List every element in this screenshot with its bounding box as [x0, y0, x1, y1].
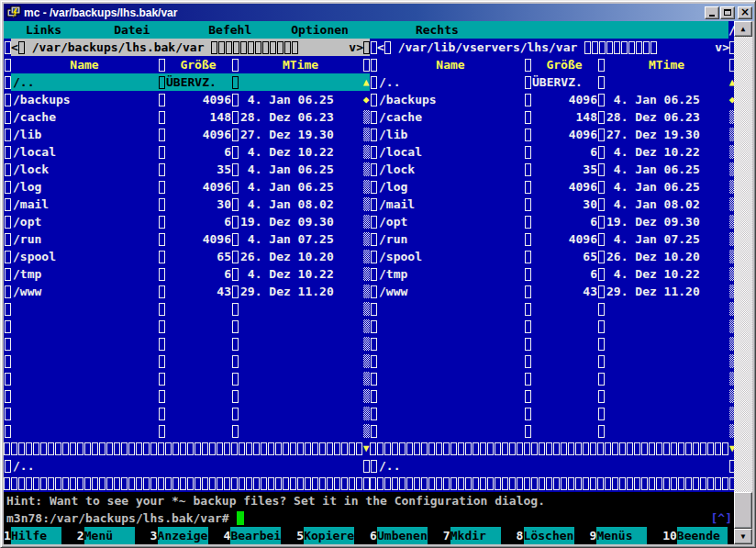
column-header-name[interactable]: Name: [377, 56, 524, 73]
file-name[interactable]: /backups: [377, 91, 524, 108]
panel-scrollbar-cell[interactable]: [362, 248, 370, 265]
table-row[interactable]: /www 43 29. Dez 11.20: [370, 283, 736, 300]
left-panel-path-bar[interactable]: < /var/backups/lhs.bak/var v>: [11, 39, 370, 56]
scroll-track[interactable]: [363, 162, 370, 176]
panel-scrollbar-cell[interactable]: [362, 265, 370, 283]
scroll-track[interactable]: [363, 424, 370, 438]
scroll-track[interactable]: [363, 267, 370, 281]
table-row[interactable]: /log 4096 4. Jan 06.25: [370, 178, 736, 196]
file-name[interactable]: /mail: [377, 196, 524, 213]
fkey-button[interactable]: 6 Umbenen: [370, 527, 443, 544]
file-name[interactable]: [377, 300, 524, 318]
scroll-track[interactable]: [363, 145, 370, 159]
title-bar[interactable]: mc - /var/backups/lhs.bak/var ×: [4, 4, 754, 21]
scroll-track[interactable]: [363, 354, 370, 368]
file-name[interactable]: [11, 422, 158, 440]
file-name[interactable]: /spool: [377, 248, 524, 265]
table-row[interactable]: /opt 6 19. Dez 09.30: [4, 213, 370, 230]
panel-scrollbar-cell[interactable]: [362, 370, 370, 387]
table-row[interactable]: [370, 370, 736, 387]
fkey-button[interactable]: 10 Beende: [662, 527, 736, 544]
right-panel-path[interactable]: /var/lib/vservers/lhs/var: [391, 39, 584, 56]
table-row[interactable]: /mail 30 4. Jan 08.02: [370, 196, 736, 213]
scrollbar-thumb[interactable]: [734, 492, 752, 529]
panel-scrollbar-cell[interactable]: [362, 161, 370, 178]
scroll-track[interactable]: [363, 215, 370, 229]
table-row[interactable]: /spool 65 26. Dez 10.20: [4, 248, 370, 265]
file-name[interactable]: /cache: [11, 108, 158, 126]
table-row[interactable]: [370, 352, 736, 370]
close-button[interactable]: ×: [738, 6, 752, 19]
menu-befehl[interactable]: Befehl: [208, 21, 251, 39]
table-row[interactable]: /run 4096 4. Jan 07.25: [370, 230, 736, 248]
file-name[interactable]: /lib: [377, 126, 524, 143]
table-row[interactable]: [4, 352, 370, 370]
scroll-track[interactable]: [363, 319, 370, 333]
file-name[interactable]: [11, 387, 158, 405]
file-name[interactable]: [11, 300, 158, 318]
menu-optionen[interactable]: Optionen: [291, 21, 349, 39]
column-header-size[interactable]: Größe: [165, 56, 231, 73]
panel-scrollbar-cell[interactable]: [362, 283, 370, 300]
table-row[interactable]: /backups 4096 4. Jan 06.25 ◆: [370, 91, 736, 108]
panel-scrollbar-cell[interactable]: [362, 387, 370, 405]
table-row[interactable]: /lib 4096 27. Dez 19.30: [4, 126, 370, 143]
scroll-track[interactable]: [363, 232, 370, 246]
panel-scrollbar-cell[interactable]: [362, 352, 370, 370]
table-row[interactable]: /log 4096 4. Jan 06.25: [4, 178, 370, 196]
table-row[interactable]: /lock 35 4. Jan 06.25: [370, 161, 736, 178]
file-name[interactable]: [377, 318, 524, 335]
file-name[interactable]: /lock: [11, 161, 158, 178]
table-row[interactable]: [370, 318, 736, 335]
scroll-track[interactable]: [363, 285, 370, 298]
file-name[interactable]: /lock: [377, 161, 524, 178]
fkey-button[interactable]: 2 Menü: [77, 527, 150, 544]
scroll-track[interactable]: [363, 197, 370, 211]
file-name[interactable]: [377, 335, 524, 352]
file-name[interactable]: /run: [11, 230, 158, 248]
maximize-button[interactable]: [720, 6, 735, 19]
fkey-button[interactable]: 5 Kopiere: [296, 527, 370, 544]
column-header-mtime[interactable]: MTime: [239, 56, 362, 73]
panel-scrollbar-cell[interactable]: [362, 143, 370, 161]
fkey-button[interactable]: 4 Bearbei: [223, 527, 296, 544]
file-name[interactable]: [11, 318, 158, 335]
file-name[interactable]: /tmp: [11, 265, 158, 283]
file-name[interactable]: /..: [11, 73, 158, 91]
scroll-track[interactable]: [363, 250, 370, 263]
file-name[interactable]: [11, 370, 158, 387]
fkey-button[interactable]: 3 Anzeige: [150, 527, 224, 544]
table-row[interactable]: /mail 30 4. Jan 08.02: [4, 196, 370, 213]
file-name[interactable]: /local: [377, 143, 524, 161]
file-name[interactable]: [377, 370, 524, 387]
table-row[interactable]: [4, 335, 370, 352]
table-row[interactable]: [4, 318, 370, 335]
table-row[interactable]: /backups 4096 4. Jan 06.25 ◆: [4, 91, 370, 108]
file-name[interactable]: [377, 422, 524, 440]
panel-scrollbar-cell[interactable]: [362, 196, 370, 213]
table-row[interactable]: [4, 370, 370, 387]
panel-scrollbar-cell[interactable]: [362, 126, 370, 143]
table-row[interactable]: /run 4096 4. Jan 07.25: [4, 230, 370, 248]
scroll-track[interactable]: [363, 389, 370, 403]
table-row[interactable]: /.. ÜBERVZ. ▲: [4, 73, 370, 91]
table-row[interactable]: /tmp 6 4. Dez 10.22: [370, 265, 736, 283]
table-row[interactable]: /opt 6 19. Dez 09.30: [370, 213, 736, 230]
history-dropdown-arrow[interactable]: v>: [715, 39, 729, 56]
scroll-track[interactable]: [363, 110, 370, 124]
file-name[interactable]: /log: [377, 178, 524, 196]
file-name[interactable]: /www: [377, 283, 524, 300]
table-row[interactable]: /lib 4096 27. Dez 19.30: [370, 126, 736, 143]
fkey-button[interactable]: 1 Hilfe: [4, 527, 77, 544]
panel-scrollbar-cell[interactable]: [362, 213, 370, 230]
panel-scrollbar-cell[interactable]: [362, 405, 370, 422]
table-row[interactable]: /local 6 4. Dez 10.22: [4, 143, 370, 161]
scroll-up-icon[interactable]: ▲: [362, 73, 370, 91]
history-prev-arrow[interactable]: <: [11, 39, 18, 56]
table-row[interactable]: /tmp 6 4. Dez 10.22: [4, 265, 370, 283]
table-row[interactable]: [370, 300, 736, 318]
file-name[interactable]: /opt: [11, 213, 158, 230]
file-name[interactable]: [11, 352, 158, 370]
file-name[interactable]: /log: [11, 178, 158, 196]
file-name[interactable]: /run: [377, 230, 524, 248]
